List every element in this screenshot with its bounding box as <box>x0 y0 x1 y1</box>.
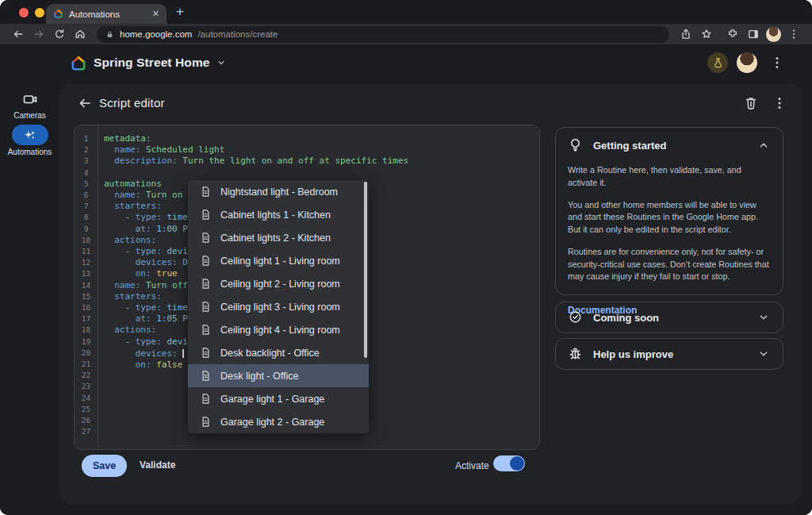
dropdown-item-label: Ceiling light 2 - Living room <box>220 279 340 290</box>
line-number-gutter: 1234567891011121314151617181920212223242… <box>75 133 98 437</box>
line-number: 21 <box>75 359 98 370</box>
dropdown-item[interactable]: Ceiling light 1 - Living room <box>188 249 369 272</box>
line-number: 19 <box>75 336 98 348</box>
lightbulb-icon <box>568 137 584 153</box>
sidebar-item-label: Cameras <box>0 111 59 120</box>
activate-toggle[interactable] <box>493 455 525 471</box>
dropdown-item[interactable]: Ceiling light 4 - Living room <box>188 318 369 341</box>
close-tab-icon[interactable]: ✕ <box>152 10 159 18</box>
bookmark-star-icon[interactable] <box>699 26 714 42</box>
google-home-app: Spring Street Home Cameras <box>0 44 812 515</box>
getting-started-paragraph: Write a Routine here, then validate, sav… <box>568 164 771 190</box>
account-avatar[interactable] <box>737 52 757 73</box>
dropdown-item[interactable]: Desk backlight - Office <box>188 341 369 364</box>
dropdown-item[interactable]: Cabinet lights 1 - Kitchen <box>188 203 369 226</box>
activate-label: Activate <box>455 460 489 471</box>
coming-soon-header[interactable]: Coming soon <box>556 302 783 332</box>
line-number: 20 <box>75 348 98 359</box>
line-number: 6 <box>75 190 98 201</box>
dropdown-item[interactable]: Garage light 1 - Garage <box>188 387 369 410</box>
gutter-divider <box>98 125 98 449</box>
google-home-favicon <box>53 9 63 19</box>
card-title: Help us improve <box>593 348 747 360</box>
dropdown-item-label: Garage light 1 - Garage <box>220 394 324 405</box>
dropdown-item-label: Cabinet lights 1 - Kitchen <box>220 209 331 221</box>
sparkle-icon <box>23 129 36 142</box>
line-number: 8 <box>75 212 98 223</box>
dropdown-item[interactable]: Cabinet lights 2 - Kitchen <box>188 226 369 249</box>
url-path: /automations/create <box>197 29 278 39</box>
line-number: 5 <box>75 179 98 190</box>
sidebar-item-cameras[interactable]: Cameras <box>0 90 59 120</box>
page-title: Script editor <box>99 96 165 110</box>
back-icon[interactable] <box>10 26 26 42</box>
app-menu-icon[interactable] <box>769 55 785 71</box>
app-header: Spring Street Home <box>0 44 812 83</box>
url-host: home.google.com <box>120 29 192 39</box>
chevron-down-icon <box>756 347 771 361</box>
line-number: 4 <box>75 167 98 179</box>
editor-menu-icon[interactable] <box>772 95 787 111</box>
document-icon <box>200 393 212 405</box>
dropdown-item-label: Cabinet lights 2 - Kitchen <box>220 233 331 244</box>
side-panel-icon[interactable] <box>745 26 761 42</box>
document-icon <box>200 324 212 336</box>
code-line: name: Scheduled light <box>104 144 538 156</box>
extensions-icon[interactable] <box>725 26 741 42</box>
active-pill <box>12 125 48 145</box>
dropdown-item[interactable]: Desk light - Office <box>188 364 369 387</box>
home-icon[interactable] <box>72 26 88 42</box>
line-number: 2 <box>75 144 98 156</box>
line-number: 26 <box>75 415 98 426</box>
dropdown-item[interactable]: Ceiling light 2 - Living room <box>188 272 369 295</box>
dropdown-item-label: Ceiling light 1 - Living room <box>220 256 340 267</box>
getting-started-paragraph: Routines are for convenience only, not f… <box>568 246 771 283</box>
line-number: 13 <box>75 268 98 279</box>
save-button[interactable]: Save <box>82 455 127 477</box>
dropdown-item-label: Desk backlight - Office <box>220 348 320 359</box>
line-number: 16 <box>75 302 98 313</box>
close-window-button[interactable] <box>19 8 29 17</box>
sidebar-item-label: Automations <box>0 148 59 156</box>
camera-icon <box>0 90 59 109</box>
share-icon[interactable] <box>678 26 694 42</box>
dropdown-item-label: Ceiling light 3 - Living room <box>220 302 340 313</box>
document-icon <box>200 278 212 290</box>
getting-started-header[interactable]: Getting started <box>556 128 783 163</box>
address-bar[interactable]: home.google.com/automations/create <box>97 26 669 43</box>
dropdown-scrollbar[interactable] <box>364 182 367 358</box>
coming-soon-card: Coming soon <box>555 302 783 333</box>
dropdown-item[interactable]: Nightstand light - Bedroom <box>188 180 369 203</box>
card-title: Getting started <box>593 140 747 152</box>
validate-button[interactable]: Validate <box>140 459 175 471</box>
delete-icon[interactable] <box>743 95 759 111</box>
new-tab-button[interactable]: + <box>176 4 184 20</box>
forward-icon[interactable] <box>31 26 47 42</box>
reload-icon[interactable] <box>52 26 67 42</box>
help-us-improve-header[interactable]: Help us improve <box>556 339 783 369</box>
dropdown-item[interactable]: Ceiling light 3 - Living room <box>188 295 369 318</box>
line-number: 27 <box>75 426 98 437</box>
getting-started-paragraph: You and other home members will be able … <box>568 199 771 236</box>
help-us-improve-card: Help us improve <box>555 338 783 370</box>
back-arrow-icon[interactable] <box>77 95 93 111</box>
line-number: 11 <box>75 246 98 257</box>
seal-check-icon <box>568 309 584 325</box>
line-number: 12 <box>75 257 98 268</box>
line-number: 25 <box>75 404 98 415</box>
code-line <box>104 167 538 179</box>
home-selector[interactable]: Spring Street Home <box>94 56 228 70</box>
dropdown-item-label: Ceiling light 4 - Living room <box>220 325 340 336</box>
browser-tab-automations[interactable]: Automations ✕ <box>46 4 167 24</box>
sidebar-item-automations[interactable]: Automations <box>0 125 59 156</box>
line-number: 9 <box>75 224 98 235</box>
preview-badge[interactable] <box>707 52 728 73</box>
line-number: 15 <box>75 291 98 302</box>
document-icon <box>200 255 212 267</box>
browser-menu-icon[interactable] <box>786 26 802 42</box>
browser-profile-avatar[interactable] <box>766 27 781 42</box>
document-icon <box>200 370 212 382</box>
minimize-window-button[interactable] <box>35 8 44 17</box>
dropdown-item[interactable]: Garage light 2 - Garage <box>188 410 369 433</box>
browser-toolbar: home.google.com/automations/create <box>0 24 812 44</box>
